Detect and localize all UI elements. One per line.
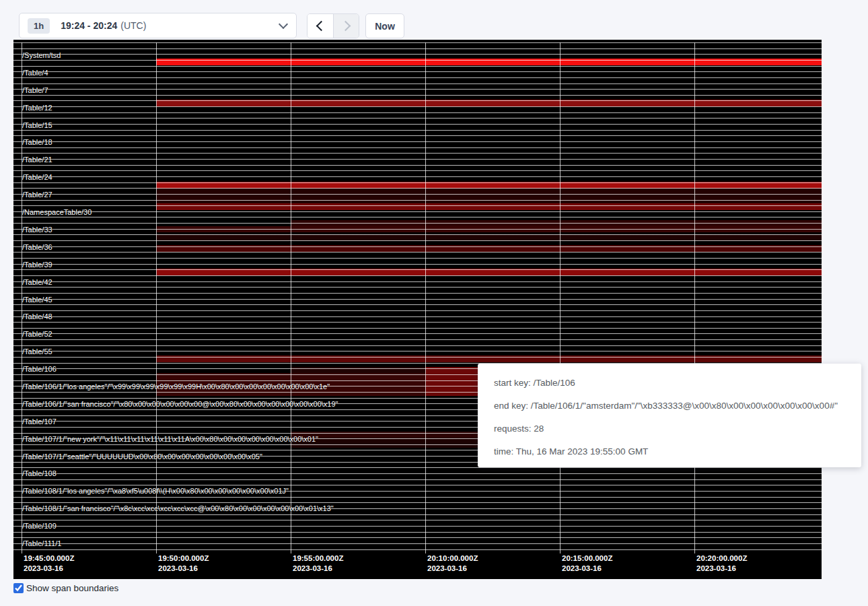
range-text: 19:24 - 20:24 [61, 20, 117, 31]
span-label: /Table/15 [22, 121, 52, 130]
tooltip-end-key: end key: /Table/106/1/"amsterdam"/"\xb33… [494, 395, 861, 417]
span-label: /Table/55 [22, 347, 52, 356]
chevron-down-icon [279, 20, 288, 29]
heat-band[interactable] [156, 269, 822, 275]
x-axis-tick: 19:45:00.000Z2023-03-16 [24, 553, 74, 574]
heat-band[interactable] [425, 367, 478, 396]
span-label: /Table/18 [22, 138, 52, 147]
key-visualizer-page: 1h 19:24 - 20:24 (UTC) Now /System/tsd/T… [0, 0, 868, 606]
tick-date: 2023-03-16 [24, 564, 74, 574]
heat-band[interactable] [156, 226, 822, 232]
heat-band[interactable] [291, 432, 478, 438]
span-label: /Table/24 [22, 173, 52, 182]
span-label: /Table/106 [22, 365, 57, 374]
tick-time: 19:55:00.000Z [293, 553, 343, 564]
span-label: /Table/33 [22, 226, 52, 234]
time-gridline [560, 42, 560, 553]
show-span-boundaries-label[interactable]: Show span boundaries [26, 583, 118, 593]
span-label: /Table/45 [22, 296, 52, 304]
x-axis-tick: 20:20:00.000Z2023-03-16 [696, 553, 747, 574]
range-duration-badge: 1h [28, 18, 50, 34]
heat-band[interactable] [156, 189, 822, 203]
footer-controls: Show span boundaries [13, 583, 118, 593]
time-nav-group [307, 13, 359, 38]
span-label: /Table/12 [22, 104, 52, 112]
tooltip-time: time: Thu, 16 Mar 2023 19:55:00 GMT [494, 440, 861, 463]
span-label: /Table/7 [22, 86, 48, 95]
show-span-boundaries-checkbox[interactable] [13, 583, 24, 593]
heat-band[interactable] [156, 234, 822, 240]
tick-date: 2023-03-16 [562, 564, 612, 574]
span-label: /Table/106/1/"los angeles"/"\x99\x99\x99… [22, 382, 330, 391]
span-label: /Table/4 [22, 69, 48, 77]
span-label: /Table/27 [22, 191, 52, 199]
heat-band[interactable] [291, 220, 822, 226]
span-label: /Table/109 [22, 522, 57, 531]
span-label: /Table/48 [22, 312, 52, 321]
tick-date: 2023-03-16 [158, 564, 209, 574]
key-visualizer-canvas[interactable]: /System/tsd/Table/4/Table/7/Table/12/Tab… [13, 40, 822, 579]
span-label: /NamespaceTable/30 [22, 208, 92, 217]
tick-date: 2023-03-16 [696, 564, 747, 574]
span-boundary-lines [13, 42, 822, 553]
heat-band[interactable] [156, 356, 822, 362]
span-label: /Table/36 [22, 243, 52, 252]
tick-date: 2023-03-16 [293, 564, 343, 574]
span-label: /Table/106/1/"san francisco"/"\x80\x00\x… [22, 400, 338, 409]
time-gridline [156, 42, 157, 553]
tick-date: 2023-03-16 [427, 564, 478, 574]
span-label: /Table/42 [22, 278, 52, 287]
span-label: /Table/107 [22, 417, 57, 426]
time-gridline [425, 42, 426, 553]
range-timezone: (UTC) [120, 20, 146, 31]
x-axis-tick: 20:10:00.000Z2023-03-16 [427, 553, 478, 574]
span-label: /Table/39 [22, 261, 52, 269]
time-range-select[interactable]: 1h 19:24 - 20:24 (UTC) [19, 13, 297, 38]
tooltip-start-key: start key: /Table/106 [494, 372, 861, 395]
heat-band[interactable] [156, 59, 822, 65]
span-label: /Table/111/1 [22, 539, 61, 548]
span-label: /Table/108/1/"san francisco"/"\x8c\xcc\x… [22, 504, 334, 513]
span-tooltip: start key: /Table/106 end key: /Table/10… [478, 364, 861, 467]
span-label: /Table/108 [22, 469, 57, 478]
time-gridline [694, 42, 695, 553]
span-label: /System/tsd [22, 51, 61, 60]
tick-time: 19:45:00.000Z [24, 553, 74, 564]
heat-band[interactable] [156, 100, 822, 106]
x-axis-tick: 19:55:00.000Z2023-03-16 [293, 553, 343, 574]
now-button[interactable]: Now [365, 13, 404, 38]
span-label: /Table/52 [22, 330, 52, 339]
heat-band[interactable] [291, 438, 478, 448]
span-label: /Table/21 [22, 156, 52, 164]
next-window-button[interactable] [333, 14, 359, 38]
heat-band[interactable] [156, 182, 822, 189]
time-gridline [291, 42, 291, 553]
tick-time: 20:15:00.000Z [562, 553, 612, 564]
heat-band[interactable] [156, 203, 822, 210]
tooltip-requests: requests: 28 [494, 417, 861, 440]
prev-window-button[interactable] [308, 14, 333, 38]
x-axis-tick: 19:50:00.000Z2023-03-16 [158, 553, 209, 574]
chevron-left-icon [316, 21, 327, 32]
span-label: /Table/108/1/"los angeles"/"\xa8\xf5\u00… [22, 487, 289, 496]
span-label: /Table/107/1/"seattle"/"UUUUUUD\x00\x80\… [22, 452, 262, 461]
tick-time: 20:20:00.000Z [696, 553, 747, 564]
chevron-right-icon [340, 21, 351, 32]
x-axis-tick: 20:15:00.000Z2023-03-16 [562, 553, 612, 574]
tick-time: 20:10:00.000Z [427, 553, 478, 564]
tick-time: 19:50:00.000Z [158, 553, 209, 564]
span-label: /Table/107/1/"new york"/"\x11\x11\x11\x1… [22, 435, 318, 444]
heat-band[interactable] [156, 245, 822, 252]
